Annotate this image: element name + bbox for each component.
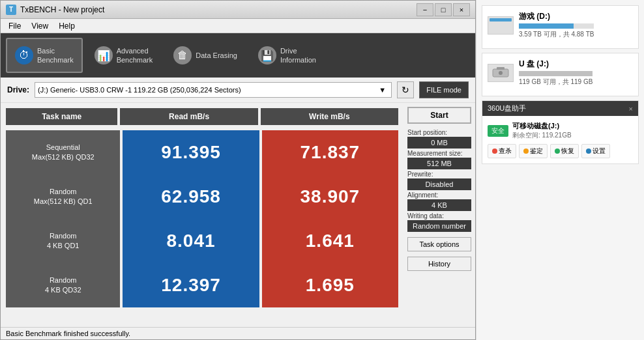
read-cell: 8.041 bbox=[123, 219, 259, 263]
drive-d-info: 游戏 (D:) 3.59 TB 可用，共 4.88 TB bbox=[519, 11, 594, 39]
maximize-button[interactable]: □ bbox=[435, 3, 452, 16]
minimize-button[interactable]: − bbox=[417, 3, 433, 16]
action-settings[interactable]: 设置 bbox=[581, 144, 610, 158]
param-value: 0 MB bbox=[407, 137, 471, 149]
app-title: 360U盘助手 bbox=[488, 104, 526, 113]
app-card-body: 安全 可移动磁盘(J:) 剩余空间: 119.21GB 查杀 鉴定 恢复 bbox=[482, 116, 638, 163]
status-bar: Basic Benchmark finished successfully. bbox=[1, 327, 475, 339]
table-row: Random 4 KB QD1 8.041 1.641 bbox=[6, 219, 398, 263]
main-window: T TxBENCH - New project − □ × File View … bbox=[0, 0, 476, 340]
identify-icon bbox=[523, 149, 529, 154]
scan-label: 查杀 bbox=[499, 147, 512, 156]
restore-label: 恢复 bbox=[561, 147, 574, 156]
data-erasing-button[interactable]: 🗑 Data Erasing bbox=[164, 38, 246, 73]
right-panel: Start Start position: 0 MB Measurement s… bbox=[403, 103, 475, 327]
drive-select-text: (J:) Generic- USB3.0 CRW -1 119.22 GB (2… bbox=[38, 86, 376, 94]
status-text: Basic Benchmark finished successfully. bbox=[6, 330, 130, 337]
device-sub: 剩余空间: 119.21GB bbox=[512, 131, 572, 140]
col-header-read: Read mB/s bbox=[120, 108, 257, 125]
svg-rect-1 bbox=[497, 67, 505, 70]
refresh-button[interactable]: ↻ bbox=[397, 81, 414, 98]
col-header-task: Task name bbox=[6, 108, 117, 125]
param-value: Random number bbox=[407, 220, 471, 232]
side-panel: 游戏 (D:) 3.59 TB 可用，共 4.88 TB U 盘 (J:) 11… bbox=[476, 0, 644, 340]
action-identify[interactable]: 鉴定 bbox=[519, 144, 548, 158]
app-card: 360U盘助手 × 安全 可移动磁盘(J:) 剩余空间: 119.21GB 查杀… bbox=[482, 100, 639, 164]
history-button[interactable]: History bbox=[407, 257, 471, 271]
table-row: Sequential Max(512 KB) QD32 91.395 71.83… bbox=[6, 130, 398, 175]
app-close-button[interactable]: × bbox=[629, 105, 633, 113]
param-value: 4 KB bbox=[407, 199, 471, 211]
close-button[interactable]: × bbox=[453, 3, 470, 16]
drive-information-label: Drive Information bbox=[280, 46, 316, 65]
menu-file[interactable]: File bbox=[3, 20, 26, 32]
param-3: Alignment: 4 KB bbox=[407, 191, 471, 211]
task-options-button[interactable]: Task options bbox=[407, 237, 471, 251]
write-cell: 1.641 bbox=[262, 219, 398, 263]
param-1: Measurement size: 512 MB bbox=[407, 150, 471, 169]
scan-icon bbox=[492, 149, 497, 154]
window-title: TxBENCH - New project bbox=[20, 5, 417, 14]
drive-d-available: 3.59 TB 可用，共 4.88 TB bbox=[519, 30, 594, 39]
drive-area: Drive: (J:) Generic- USB3.0 CRW -1 119.2… bbox=[1, 78, 475, 103]
advanced-benchmark-icon: 📊 bbox=[95, 46, 113, 64]
drive-d-bar bbox=[519, 23, 574, 29]
drive-information-icon: 💾 bbox=[258, 46, 276, 64]
drive-j-info: U 盘 (J:) 119 GB 可用，共 119 GB bbox=[519, 59, 593, 87]
task-cell: Random 4 KB QD1 bbox=[6, 219, 120, 263]
window-controls: − □ × bbox=[417, 3, 470, 16]
identify-label: 鉴定 bbox=[530, 147, 543, 156]
start-button[interactable]: Start bbox=[407, 107, 471, 124]
advanced-benchmark-button[interactable]: 📊 Advanced Benchmark bbox=[85, 38, 162, 73]
svg-point-2 bbox=[499, 71, 503, 75]
device-info: 可移动磁盘(J:) 剩余空间: 119.21GB bbox=[512, 121, 572, 140]
drive-j-bar-container bbox=[519, 71, 593, 76]
status-badge: 安全 bbox=[488, 125, 508, 137]
param-label: Prewrite: bbox=[407, 171, 471, 178]
device-title: 可移动磁盘(J:) bbox=[512, 121, 572, 131]
table-header: Task name Read mB/s Write mB/s bbox=[6, 108, 398, 125]
basic-benchmark-button[interactable]: ⏱ Basic Benchmark bbox=[6, 38, 83, 73]
task-cell: Random Max(512 KB) QD1 bbox=[6, 175, 120, 219]
benchmark-table: Task name Read mB/s Write mB/s Sequentia… bbox=[1, 103, 403, 327]
read-cell: 12.397 bbox=[123, 263, 259, 307]
param-label: Writing data: bbox=[407, 212, 471, 220]
content-area: Task name Read mB/s Write mB/s Sequentia… bbox=[1, 103, 475, 327]
drive-d-row: 游戏 (D:) 3.59 TB 可用，共 4.88 TB bbox=[488, 11, 633, 39]
drive-d-bar-container bbox=[519, 23, 594, 29]
param-2: Prewrite: Disabled bbox=[407, 171, 471, 190]
basic-benchmark-icon: ⏱ bbox=[15, 46, 33, 64]
file-mode-button[interactable]: FILE mode bbox=[419, 81, 469, 98]
drive-d-icon bbox=[488, 16, 514, 35]
action-restore[interactable]: 恢复 bbox=[550, 144, 579, 158]
basic-benchmark-label: Basic Benchmark bbox=[37, 46, 74, 65]
drive-j-available: 119 GB 可用，共 119 GB bbox=[519, 78, 593, 87]
param-4: Writing data: Random number bbox=[407, 212, 471, 232]
read-cell: 62.958 bbox=[123, 175, 259, 219]
write-cell: 1.695 bbox=[262, 263, 398, 307]
drive-j-icon bbox=[488, 64, 514, 82]
menu-help[interactable]: Help bbox=[53, 20, 80, 32]
app-actions: 查杀 鉴定 恢复 设置 bbox=[488, 144, 633, 158]
menu-bar: File View Help bbox=[1, 19, 475, 33]
param-label: Start position: bbox=[407, 129, 471, 136]
task-cell: Sequential Max(512 KB) QD32 bbox=[6, 130, 120, 175]
action-scan[interactable]: 查杀 bbox=[488, 144, 516, 158]
menu-view[interactable]: View bbox=[26, 20, 53, 32]
drive-j-name: U 盘 (J:) bbox=[519, 59, 593, 70]
param-label: Measurement size: bbox=[407, 150, 471, 157]
drive-j-card: U 盘 (J:) 119 GB 可用，共 119 GB bbox=[482, 53, 639, 96]
drive-label: Drive: bbox=[7, 85, 29, 94]
advanced-benchmark-label: Advanced Benchmark bbox=[117, 46, 153, 65]
param-label: Alignment: bbox=[407, 191, 471, 199]
drive-d-card: 游戏 (D:) 3.59 TB 可用，共 4.88 TB bbox=[482, 5, 639, 49]
app-status-row: 安全 可移动磁盘(J:) 剩余空间: 119.21GB bbox=[488, 121, 633, 140]
drive-select[interactable]: (J:) Generic- USB3.0 CRW -1 119.22 GB (2… bbox=[35, 82, 392, 98]
drive-information-button[interactable]: 💾 Drive Information bbox=[249, 38, 325, 73]
data-erasing-icon: 🗑 bbox=[173, 46, 192, 64]
title-bar: T TxBENCH - New project − □ × bbox=[1, 1, 475, 19]
write-cell: 71.837 bbox=[262, 130, 398, 175]
read-cell: 91.395 bbox=[123, 130, 259, 175]
bench-rows: Sequential Max(512 KB) QD32 91.395 71.83… bbox=[6, 130, 398, 307]
table-row: Random Max(512 KB) QD1 62.958 38.907 bbox=[6, 175, 398, 219]
